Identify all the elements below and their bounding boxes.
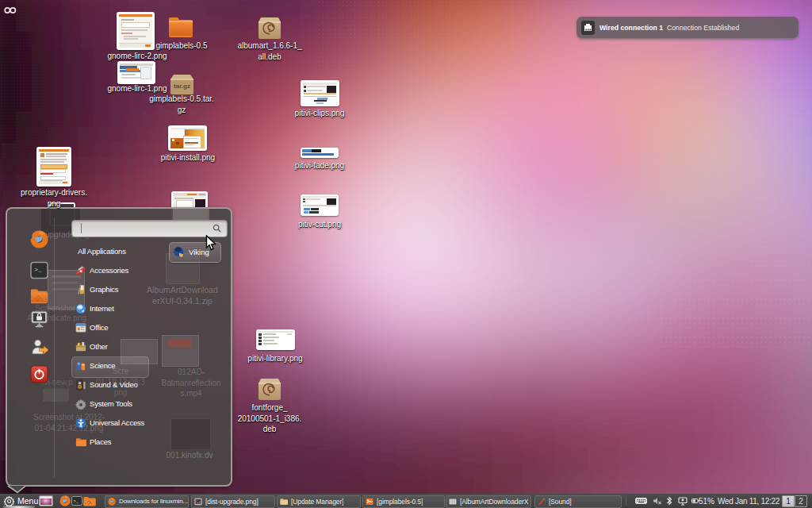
svg-text:tar.gz: tar.gz [174, 83, 190, 90]
svg-text:>_: >_ [74, 498, 79, 504]
svg-text:>_: >_ [34, 266, 42, 273]
